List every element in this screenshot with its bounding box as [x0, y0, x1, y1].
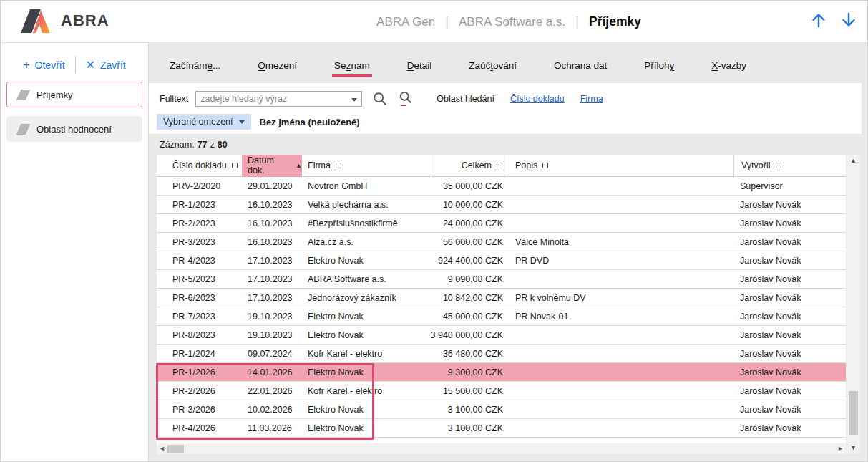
- chevron-down-icon: [239, 120, 245, 124]
- open-button[interactable]: + Otevřít: [23, 59, 64, 71]
- cell-celkem: 35 000,00 CZK: [431, 177, 509, 196]
- cell-cislo-dokladu: PR-1/2023: [167, 196, 242, 214]
- cell-celkem: 10 000,00 CZK: [431, 196, 509, 214]
- breadcrumb-app-name: ABRA Gen: [376, 15, 435, 29]
- table-row[interactable]: PRV-2/202029.01.2020Novtron GmbH35 000,0…: [157, 177, 846, 196]
- scroll-down-icon[interactable]: ▼: [847, 444, 859, 451]
- close-button-label: Zavřít: [100, 59, 126, 71]
- row-marker: [157, 400, 167, 419]
- tab-ochrana-dat[interactable]: Ochrana dat: [552, 60, 609, 77]
- cell-vytvoril: Jaroslav Novák: [734, 419, 846, 438]
- search-icon[interactable]: [372, 91, 388, 107]
- cell-popis: PR k volnému DV: [509, 289, 734, 307]
- column-header-vytvoril[interactable]: Vytvořil: [734, 155, 846, 177]
- cell-firma: Alza.cz a.s.: [302, 233, 431, 251]
- selected-restriction-button[interactable]: Vybrané omezení: [157, 114, 251, 130]
- table-row[interactable]: PR-3/202316.10.2023Alza.cz a.s.56 000,00…: [157, 233, 846, 251]
- column-header-datum-dok[interactable]: Datum dok.▲: [242, 155, 302, 177]
- restriction-name: Bez jména (neuložené): [260, 117, 360, 127]
- cell-cislo-dokladu: PR-3/2023: [167, 233, 242, 251]
- row-marker: [157, 196, 167, 214]
- tab-x-vazby[interactable]: X-vazby: [709, 60, 748, 77]
- column-checkbox-icon[interactable]: [542, 163, 548, 168]
- column-header-firma[interactable]: Firma: [302, 155, 431, 177]
- column-header-label: Firma: [308, 160, 331, 170]
- column-header-label: Číslo dokladu: [172, 160, 227, 170]
- table-row[interactable]: PR-2/202622.01.2026Kofr Karel - elektro1…: [157, 382, 846, 400]
- table-row[interactable]: PR-1/202316.10.2023Velká plechárna a.s.1…: [157, 196, 846, 214]
- search-panel: Fulltext zadejte hledaný výraz Oblast hl…: [149, 83, 862, 134]
- cell-cislo-dokladu: PR-7/2023: [167, 307, 242, 326]
- record-counter-separator: z: [210, 140, 215, 150]
- breadcrumb-company: ABRA Software a.s.: [459, 15, 565, 29]
- records-table: Číslo dokladuDatum dok.▲FirmaCelkemPopis…: [157, 155, 846, 443]
- table-row[interactable]: PR-4/202611.03.2026Elektro Novak3 100,00…: [157, 419, 846, 438]
- cell-vytvoril: Jaroslav Novák: [734, 400, 846, 419]
- cell-cislo-dokladu: PR-6/2023: [167, 289, 242, 307]
- scope-link-firma[interactable]: Firma: [580, 94, 603, 104]
- table-row[interactable]: PR-5/202317.10.2023ABRA Software a.s.9 0…: [157, 270, 846, 289]
- plus-icon: +: [23, 59, 29, 71]
- scroll-right-icon[interactable]: ►: [837, 445, 844, 452]
- table-body: PRV-2/202029.01.2020Novtron GmbH35 000,0…: [157, 177, 846, 438]
- tab-zaciname[interactable]: Začínáme...: [167, 60, 223, 77]
- cell-cislo-dokladu: PR-8/2023: [167, 326, 242, 345]
- scope-link-cislo-dokladu[interactable]: Číslo dokladu: [510, 94, 565, 104]
- sidebar-item-prijemky[interactable]: Příjemky: [6, 82, 142, 107]
- column-header-label: Popis: [515, 160, 537, 170]
- tab-detail[interactable]: Detail: [405, 60, 434, 77]
- record-counter-shown: 77: [198, 140, 208, 150]
- abra-logo: ABRA: [21, 9, 109, 33]
- folder-slant-icon: [16, 124, 31, 135]
- row-marker: [157, 214, 167, 233]
- scroll-up-icon[interactable]: ▲: [847, 157, 859, 164]
- horizontal-scrollbar-thumb[interactable]: [167, 445, 184, 453]
- divider: [75, 57, 76, 74]
- table-header-row: Číslo dokladuDatum dok.▲FirmaCelkemPopis…: [157, 155, 846, 177]
- column-checkbox-icon[interactable]: [776, 163, 781, 168]
- column-header-cislo-dokladu[interactable]: Číslo dokladu: [167, 155, 242, 177]
- cell-datum-dok: 11.03.2026: [242, 419, 302, 438]
- page-title: Příjemky: [589, 14, 641, 29]
- column-checkbox-icon[interactable]: [497, 163, 502, 168]
- cell-popis: Válce Minolta: [509, 233, 734, 251]
- table-row[interactable]: PR-8/202319.10.2023Elektro Novak23 940 0…: [157, 326, 846, 345]
- chevron-down-icon[interactable]: [351, 98, 357, 102]
- column-header-label: Vytvořil: [741, 160, 771, 170]
- table-row[interactable]: PR-1/202409.07.2024Kofr Karel - elektro3…: [157, 345, 846, 363]
- cell-cislo-dokladu: PRV-2/2020: [167, 177, 242, 196]
- tab-zauctovani[interactable]: Zaúčtování: [467, 60, 519, 77]
- cell-firma: Elektro Novak: [302, 251, 431, 270]
- cell-celkem: 924 400,00 CZK: [431, 251, 509, 270]
- row-marker: [157, 382, 167, 400]
- table-row[interactable]: PR-1/202614.01.2026Elektro Novak9 300,00…: [157, 363, 846, 382]
- column-checkbox-icon[interactable]: [232, 163, 238, 168]
- column-checkbox-icon[interactable]: [336, 163, 341, 168]
- horizontal-scrollbar[interactable]: ◄ ►: [157, 443, 846, 454]
- table-row[interactable]: PR-6/202317.10.2023Jednorázový zákazník1…: [157, 289, 846, 307]
- table-row[interactable]: PR-4/202317.10.2023Elektro Novak924 400,…: [157, 251, 846, 270]
- cell-firma: Elektro Novak: [302, 307, 431, 326]
- table-row[interactable]: PR-2/202316.10.2023#Bezpříslušnostikfirm…: [157, 214, 846, 233]
- column-header-celkem[interactable]: Celkem: [431, 155, 509, 177]
- arrow-up-icon[interactable]: [810, 11, 827, 29]
- sidebar-item-oblasti-hodnoceni[interactable]: Oblasti hodnocení: [6, 116, 142, 142]
- tab-omezeni[interactable]: Omezení: [255, 60, 299, 77]
- close-button[interactable]: ✕ Zavřít: [86, 59, 126, 71]
- cell-celkem: 10 842,00 CZK: [431, 289, 509, 307]
- cell-vytvoril: Jaroslav Novák: [734, 251, 846, 270]
- breadcrumb-separator: |: [575, 14, 579, 29]
- column-header-popis[interactable]: Popis: [509, 155, 734, 177]
- scroll-left-icon[interactable]: ◄: [159, 445, 165, 452]
- row-marker: [157, 289, 167, 307]
- table-row[interactable]: PR-3/202610.02.2026Elektro Novak3 100,00…: [157, 400, 846, 419]
- fulltext-combobox[interactable]: zadejte hledaný výraz: [195, 91, 362, 107]
- vertical-scrollbar-thumb[interactable]: [849, 391, 858, 435]
- arrow-down-icon[interactable]: [840, 11, 857, 29]
- table-row[interactable]: PR-7/202319.10.2023Elektro Novak45 000,0…: [157, 307, 846, 326]
- tab-seznam[interactable]: Seznam: [332, 60, 372, 77]
- folder-slant-icon: [16, 90, 31, 100]
- tab-prilohy[interactable]: Přílohy: [642, 60, 676, 77]
- search-in-results-icon[interactable]: [398, 90, 414, 107]
- vertical-scrollbar[interactable]: ▲ ▼: [847, 155, 859, 453]
